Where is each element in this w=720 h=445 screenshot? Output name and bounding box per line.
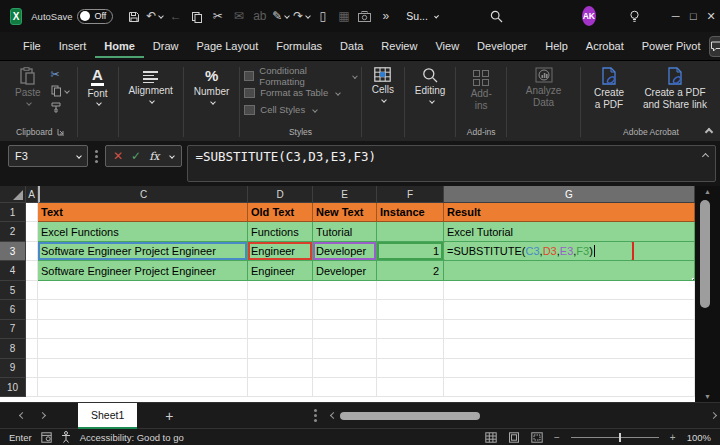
minimize-button[interactable]: ─ xyxy=(667,0,685,32)
clipboard-dialog-launcher-icon[interactable] xyxy=(57,128,65,136)
row-header-6[interactable]: 6 xyxy=(0,300,26,319)
cell[interactable] xyxy=(26,378,38,397)
autosave-toggle[interactable]: Off xyxy=(77,9,113,24)
row-header-7[interactable]: 7 xyxy=(0,320,26,339)
prev-sheet-button[interactable] xyxy=(12,413,32,418)
sheet-tab-sheet1[interactable]: Sheet1 xyxy=(78,403,137,429)
cell[interactable] xyxy=(313,320,377,339)
col-header-a[interactable]: A xyxy=(26,186,38,203)
cell[interactable] xyxy=(38,339,248,358)
close-button[interactable]: ✕ xyxy=(702,0,720,32)
col-header-c[interactable]: C xyxy=(38,186,248,203)
zoom-slider-thumb[interactable] xyxy=(619,433,621,442)
more-commands-icon[interactable]: » xyxy=(375,1,396,31)
col-header-f[interactable]: F xyxy=(377,186,444,203)
cell[interactable] xyxy=(248,320,313,339)
enter-entry-button[interactable]: ✓ xyxy=(131,149,141,163)
cell[interactable] xyxy=(377,339,444,358)
cell[interactable] xyxy=(377,300,444,319)
zoom-slider[interactable] xyxy=(571,437,659,438)
cells-menu-button[interactable]: Cells xyxy=(366,63,400,102)
comments-button[interactable] xyxy=(709,36,720,57)
lightbulb-icon[interactable] xyxy=(624,1,645,31)
row-header-5[interactable]: 5 xyxy=(0,281,26,300)
formula-bar-grip-icon[interactable] xyxy=(95,155,98,158)
cell-a1[interactable] xyxy=(26,203,38,222)
row-header-4[interactable]: 4 xyxy=(0,261,26,281)
zoom-out-button[interactable]: − xyxy=(554,432,560,443)
sheet-options-icon[interactable] xyxy=(314,414,317,417)
cell-c1[interactable]: Text xyxy=(38,203,248,222)
insert-function-button[interactable]: fx xyxy=(149,150,159,163)
copy-icon[interactable] xyxy=(186,1,207,31)
tab-page-layout[interactable]: Page Layout xyxy=(187,35,267,58)
cell-a4[interactable] xyxy=(26,261,38,281)
undo-icon[interactable]: ↶ xyxy=(144,1,165,31)
accessibility-status[interactable]: Accessibility: Good to go xyxy=(80,432,184,443)
macro-record-icon[interactable] xyxy=(41,432,52,443)
zoom-level[interactable]: 100% xyxy=(687,432,711,443)
vertical-scroll-thumb[interactable] xyxy=(700,200,710,308)
cut-icon[interactable]: ✂ xyxy=(207,1,228,31)
cell-g3-formula[interactable]: =SUBSTITUTE(C3,D3,E3,F3) xyxy=(444,242,695,262)
cell[interactable] xyxy=(26,359,38,378)
doc-title-chevron-icon[interactable] xyxy=(434,14,439,19)
cell-e2[interactable]: Tutorial xyxy=(313,222,377,241)
cell[interactable] xyxy=(313,359,377,378)
cell[interactable] xyxy=(444,339,695,358)
cell-a3[interactable] xyxy=(26,242,38,262)
cell[interactable] xyxy=(26,339,38,358)
search-icon[interactable] xyxy=(486,1,507,31)
cell[interactable] xyxy=(38,320,248,339)
cell[interactable] xyxy=(26,281,38,300)
cell-f3[interactable]: 1 xyxy=(377,242,444,262)
row-header-3[interactable]: 3 xyxy=(0,242,26,262)
row-header-10[interactable]: 10 xyxy=(0,378,26,397)
vertical-scrollbar[interactable]: ▲ ▼ xyxy=(695,186,720,402)
name-box[interactable]: F3 xyxy=(8,145,88,167)
cell-e3[interactable]: Developer xyxy=(313,242,377,262)
page-break-preview-icon[interactable] xyxy=(531,432,543,443)
zoom-in-button[interactable]: + xyxy=(670,432,676,443)
create-pdf-button[interactable]: Create a PDF xyxy=(585,63,633,110)
cell[interactable] xyxy=(313,300,377,319)
tab-file[interactable]: File xyxy=(14,35,50,58)
cell-f2[interactable] xyxy=(377,222,444,241)
cell[interactable] xyxy=(248,359,313,378)
cell[interactable] xyxy=(377,378,444,397)
save-icon[interactable] xyxy=(123,1,144,31)
tab-insert[interactable]: Insert xyxy=(50,35,96,58)
cell[interactable] xyxy=(444,320,695,339)
cell-c4[interactable]: Software Engineer Project Engineer xyxy=(38,261,248,281)
add-sheet-button[interactable]: + xyxy=(165,408,173,424)
cut-button[interactable]: ✂ xyxy=(51,68,69,81)
horizontal-scroll-thumb[interactable] xyxy=(340,412,480,420)
cell-a2[interactable] xyxy=(26,222,38,241)
cell[interactable] xyxy=(26,320,38,339)
tab-home[interactable]: Home xyxy=(95,35,144,58)
cell[interactable] xyxy=(444,281,695,300)
cancel-entry-button[interactable]: ✕ xyxy=(113,149,123,163)
scroll-left-icon[interactable] xyxy=(330,412,337,419)
normal-view-icon[interactable] xyxy=(485,432,497,443)
horizontal-scrollbar[interactable] xyxy=(331,412,716,420)
scroll-down-icon[interactable]: ▼ xyxy=(695,393,720,400)
cell[interactable] xyxy=(248,339,313,358)
draw-icon[interactable]: ✎ xyxy=(270,1,291,31)
tab-draw[interactable]: Draw xyxy=(144,35,188,58)
scroll-up-icon[interactable]: ▲ xyxy=(695,188,720,195)
tab-power-pivot[interactable]: Power Pivot xyxy=(633,35,710,58)
fx-chevron-icon[interactable] xyxy=(170,153,176,159)
cell-f1[interactable]: Instance xyxy=(377,203,444,222)
row-header-9[interactable]: 9 xyxy=(0,359,26,378)
font-menu-button[interactable]: A Font xyxy=(81,63,113,105)
cell[interactable] xyxy=(248,281,313,300)
create-pdf-share-button[interactable]: Create a PDF and Share link xyxy=(633,63,717,110)
accessibility-icon[interactable] xyxy=(61,431,71,443)
cell-c2[interactable]: Excel Functions xyxy=(38,222,248,241)
number-menu-button[interactable]: % Number xyxy=(188,63,236,104)
row-header-8[interactable]: 8 xyxy=(0,339,26,358)
next-sheet-button[interactable] xyxy=(32,413,52,418)
cell-g4[interactable] xyxy=(444,261,695,281)
cell-d3[interactable]: Engineer xyxy=(248,242,313,262)
